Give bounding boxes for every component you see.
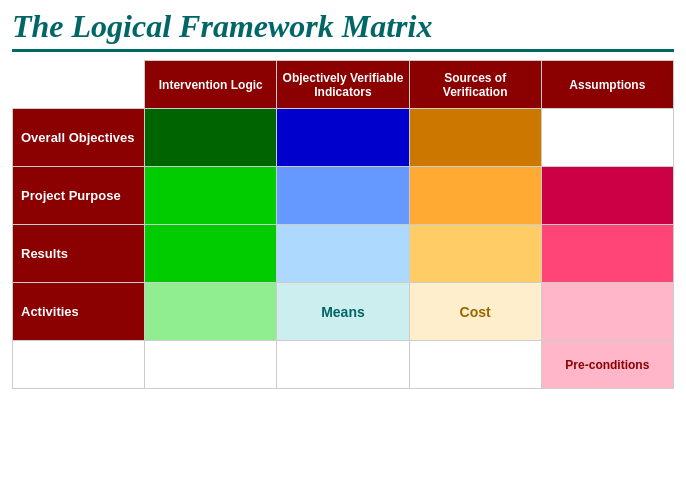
cell-ov-sov	[409, 109, 541, 167]
cell-act-ass	[541, 283, 673, 341]
row-preconditions: Pre-conditions	[13, 341, 674, 389]
row-results: Results	[13, 225, 674, 283]
row-activities: Activities Means Cost	[13, 283, 674, 341]
page-title: The Logical Framework Matrix	[12, 8, 674, 52]
cell-ov-il	[145, 109, 277, 167]
cell-pre-corner	[13, 341, 145, 389]
cell-pp-sov	[409, 167, 541, 225]
cell-pp-il	[145, 167, 277, 225]
cell-ov-ass	[541, 109, 673, 167]
cell-pp-ass	[541, 167, 673, 225]
cell-cost: Cost	[409, 283, 541, 341]
page-container: The Logical Framework Matrix Interventio…	[0, 0, 686, 501]
cell-preconditions: Pre-conditions	[541, 341, 673, 389]
row-label-purpose: Project Purpose	[13, 167, 145, 225]
cell-act-il	[145, 283, 277, 341]
row-label-overall: Overall Objectives	[13, 109, 145, 167]
cell-pre-3	[409, 341, 541, 389]
cell-pp-ovi	[277, 167, 409, 225]
header-row: Intervention Logic Objectively Verifiabl…	[13, 61, 674, 109]
corner-cell	[13, 61, 145, 109]
row-label-results: Results	[13, 225, 145, 283]
row-project-purpose: Project Purpose	[13, 167, 674, 225]
col-header-3: Sources of Verification	[409, 61, 541, 109]
col-header-2: Objectively Verifiable Indicators	[277, 61, 409, 109]
cell-means: Means	[277, 283, 409, 341]
cell-res-il	[145, 225, 277, 283]
col-header-4: Assumptions	[541, 61, 673, 109]
cell-pre-2	[277, 341, 409, 389]
cell-res-ovi	[277, 225, 409, 283]
row-overall-objectives: Overall Objectives	[13, 109, 674, 167]
row-label-activities: Activities	[13, 283, 145, 341]
matrix-wrapper: Intervention Logic Objectively Verifiabl…	[12, 60, 674, 389]
cell-ov-ovi	[277, 109, 409, 167]
framework-matrix: Intervention Logic Objectively Verifiabl…	[12, 60, 674, 389]
col-header-1: Intervention Logic	[145, 61, 277, 109]
cell-pre-1	[145, 341, 277, 389]
cell-res-ass	[541, 225, 673, 283]
cell-res-sov	[409, 225, 541, 283]
